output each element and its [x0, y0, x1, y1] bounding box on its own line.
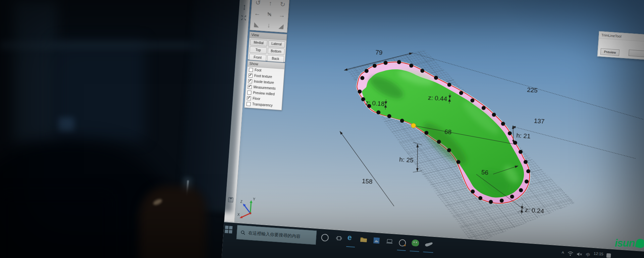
measurement-h-medial: h: 25 [399, 156, 414, 164]
measurement-h-lateral: h: 21 [516, 132, 531, 140]
isun-brand-logo: isun [615, 237, 644, 249]
view-panel: View Medial Lateral Top Bottom Front Bac… [248, 31, 287, 62]
active-control-point[interactable] [411, 123, 416, 128]
isun-logo-text: isun [615, 237, 635, 249]
cortana-icon[interactable] [321, 234, 329, 241]
insole-pair-icon[interactable] [240, 0, 249, 1]
viewport-3d[interactable]: 79 225 137 h: 21 z: 0.44 z: 0.18 68 h: 2… [231, 0, 644, 258]
tools-button[interactable]: ✂ [263, 8, 276, 20]
move-down-button[interactable]: ↓ [262, 19, 275, 31]
navigation-pad-panel: ↺ ↑ ↻ ← ✂ → ◣ ↓ ◢ [250, 0, 290, 33]
measurement-forefoot-diag: 137 [534, 117, 545, 125]
taskbar-clock[interactable]: 12:15 [594, 251, 604, 256]
show-panel: Show Foot ✓ Foot texture ✓ Insole textur… [244, 60, 285, 110]
running-indicator [346, 246, 355, 248]
checkbox-insole-texture[interactable]: ✓ [248, 79, 252, 83]
checkbox-preview-milled[interactable] [247, 90, 252, 94]
monitor-bezel-glow [177, 178, 192, 258]
move-left-button[interactable]: ← [251, 8, 264, 19]
tilt-right-button[interactable]: ◢ [275, 20, 288, 32]
measurement-heel-width: 79 [375, 49, 383, 56]
background-blur [59, 117, 74, 131]
monitor-bezel-edge [180, 180, 189, 258]
running-indicator [397, 250, 406, 251]
checkbox-measurements[interactable]: ✓ [248, 85, 252, 89]
insole-cad-app-icon[interactable] [424, 241, 433, 248]
checkbox-foot-texture[interactable]: ✓ [249, 73, 253, 78]
view-front-button[interactable]: Front [249, 54, 266, 61]
measurement-z-toe: z: 0.24 [525, 206, 544, 215]
system-tray: ^ 中 12:15 [561, 249, 611, 258]
view-back-button[interactable]: Back [267, 55, 284, 62]
axis-y-label: Y [253, 197, 256, 201]
vertical-resize-icon[interactable] [240, 3, 249, 12]
expand-icon[interactable] [239, 13, 248, 22]
save-icon[interactable] [226, 195, 235, 204]
background-blur [54, 40, 144, 141]
axis-indicator: X Y Z [237, 196, 255, 219]
rotate-right-button[interactable]: ↻ [276, 0, 289, 10]
view-bottom-button[interactable]: Bottom [267, 48, 285, 55]
camera-scanner-app-icon[interactable] [399, 239, 406, 247]
start-button[interactable] [225, 225, 232, 233]
checkbox-floor[interactable]: ✓ [247, 96, 251, 100]
ok-button[interactable]: OK [629, 50, 644, 59]
measurement-arch-width: 68 [444, 128, 452, 135]
move-right-button[interactable]: → [275, 9, 288, 21]
person-silhouette [0, 141, 171, 258]
hand-silhouette [139, 186, 206, 258]
wechat-icon[interactable] [412, 239, 419, 246]
tilt-left-button[interactable]: ◣ [250, 18, 263, 30]
notification-icon[interactable] [606, 253, 611, 258]
background-blur [0, 41, 201, 50]
device-icon[interactable] [386, 239, 393, 244]
file-explorer-icon[interactable] [360, 237, 367, 243]
tray-expand-icon[interactable]: ^ [561, 251, 565, 256]
isun-logo-glyph [635, 238, 644, 249]
ring-glint [152, 198, 163, 206]
axis-x-label: X [237, 213, 240, 216]
search-placeholder: 在這裡輸入你要搜尋的內容 [248, 230, 301, 240]
photos-icon[interactable] [373, 237, 380, 244]
ime-language-badge[interactable]: 中 [586, 252, 590, 258]
running-indicator [423, 252, 433, 253]
axis-z-label: Z [240, 200, 243, 203]
network-icon[interactable] [567, 251, 573, 256]
checkbox-transparency[interactable] [247, 102, 251, 106]
task-view-icon[interactable] [336, 235, 342, 241]
measurement-total-length: 225 [527, 86, 538, 94]
monitor-screen: 79 225 137 h: 21 z: 0.44 z: 0.18 68 h: 2… [221, 0, 644, 258]
checkbox-foot[interactable] [249, 68, 253, 72]
measurement-z-heel: z: 0.18 [365, 99, 385, 108]
view-medial-button[interactable]: Medial [250, 39, 267, 46]
taskbar-search-input[interactable]: 在這裡輸入你要搜尋的內容 [236, 225, 317, 245]
edge-browser-icon[interactable]: e [347, 233, 352, 242]
rotate-left-button[interactable]: ↺ [252, 0, 265, 8]
search-icon [240, 230, 246, 235]
measurement-medial-length: 158 [362, 177, 373, 185]
preview-button[interactable]: Preview [600, 48, 620, 56]
measurement-z-mid: z: 0.44 [428, 94, 447, 103]
background-blur [13, 0, 57, 144]
view-top-button[interactable]: Top [250, 46, 267, 54]
move-up-button[interactable]: ↑ [264, 0, 277, 9]
view-lateral-button[interactable]: Lateral [268, 40, 285, 48]
running-indicator [410, 251, 419, 252]
person-silhouette [0, 194, 111, 258]
volume-muted-icon[interactable] [576, 252, 583, 257]
measurement-toe-width: 56 [481, 169, 489, 176]
